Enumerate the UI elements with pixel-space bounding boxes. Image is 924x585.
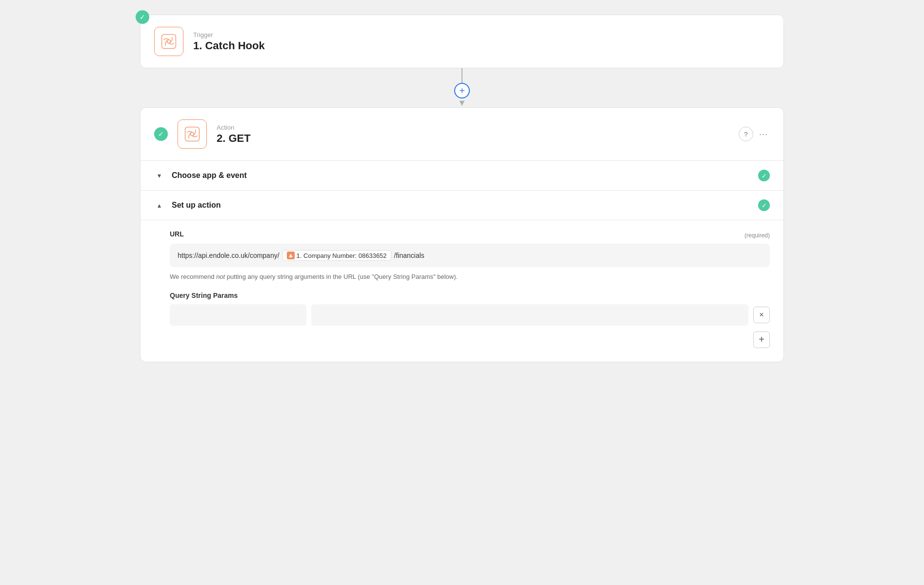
url-token-chip[interactable]: 1. Company Number: 08633652 <box>282 250 391 261</box>
action-app-icon <box>178 119 207 149</box>
setup-action-section-header[interactable]: ▴ Set up action ✓ <box>141 190 783 220</box>
action-card: ✓ Action 2. GET ? ··· ▾ Choose app & eve… <box>140 107 784 362</box>
setup-action-check: ✓ <box>758 199 770 211</box>
more-options-button[interactable]: ··· <box>757 127 770 141</box>
action-info: Action 2. GET <box>217 124 251 145</box>
add-query-row-container: + <box>170 330 770 348</box>
svg-point-3 <box>191 133 194 136</box>
svg-rect-2 <box>185 127 200 141</box>
trigger-check-badge: ✓ <box>136 10 149 24</box>
token-label: 1. Company Number: 08633652 <box>297 252 387 259</box>
trigger-title: 1. Catch Hook <box>193 39 265 52</box>
chevron-down-icon: ▾ <box>154 171 164 180</box>
svg-marker-4 <box>289 254 293 257</box>
action-header-icons: ? ··· <box>739 127 770 141</box>
remove-query-row-button[interactable]: × <box>753 307 770 323</box>
choose-app-check: ✓ <box>758 170 770 181</box>
chevron-up-icon: ▴ <box>154 200 164 210</box>
add-query-row-button[interactable]: + <box>753 332 770 348</box>
action-title: 2. GET <box>217 132 251 145</box>
connector-arrow: ▼ <box>458 98 466 107</box>
url-prefix: https://api.endole.co.uk/company/ <box>178 252 280 259</box>
connector-line-top <box>462 68 462 83</box>
choose-app-label: Choose app & event <box>172 171 247 180</box>
svg-point-1 <box>167 40 171 43</box>
url-suffix: /financials <box>394 252 424 259</box>
setup-action-label: Set up action <box>172 201 221 210</box>
connector-block: + ▼ <box>20 68 904 107</box>
url-hint: We recommend not putting any query strin… <box>170 272 770 282</box>
trigger-card: ✓ Trigger 1. Catch Hook <box>140 15 784 68</box>
url-label: URL <box>170 230 184 238</box>
token-icon <box>287 252 295 259</box>
trigger-app-icon <box>154 27 183 56</box>
choose-app-section[interactable]: ▾ Choose app & event ✓ <box>141 160 783 190</box>
action-check-badge: ✓ <box>154 127 168 141</box>
trigger-info: Trigger 1. Catch Hook <box>193 31 265 52</box>
query-string-row: × <box>170 304 770 326</box>
url-required: (required) <box>744 232 770 239</box>
add-step-button[interactable]: + <box>454 83 470 98</box>
query-key-input[interactable] <box>170 304 306 326</box>
trigger-label: Trigger <box>193 31 265 39</box>
url-field-header: URL (required) <box>170 230 770 241</box>
query-string-label: Query String Params <box>170 292 770 299</box>
url-input[interactable]: https://api.endole.co.uk/company/ 1. Com… <box>170 244 770 267</box>
help-button[interactable]: ? <box>739 127 753 141</box>
action-label: Action <box>217 124 251 131</box>
setup-action-body: URL (required) https://api.endole.co.uk/… <box>141 220 783 362</box>
query-value-input[interactable] <box>311 304 748 326</box>
svg-rect-0 <box>162 35 176 49</box>
action-header: ✓ Action 2. GET ? ··· <box>141 108 783 160</box>
